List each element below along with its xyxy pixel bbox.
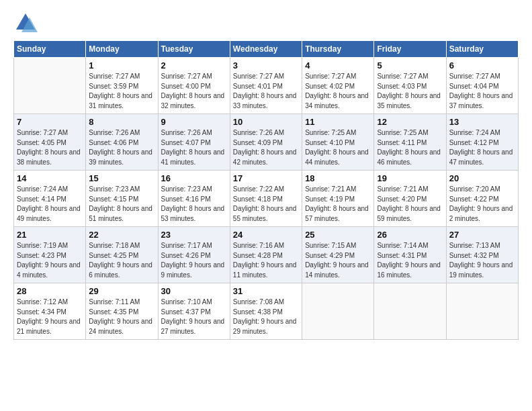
sunrise-text: Sunrise: 7:17 AM	[161, 242, 212, 249]
daylight-text: Daylight: 8 hours and 42 minutes.	[233, 148, 297, 166]
day-info: Sunrise: 7:27 AM Sunset: 3:59 PM Dayligh…	[89, 72, 154, 111]
sunrise-text: Sunrise: 7:24 AM	[17, 185, 68, 193]
sunrise-text: Sunrise: 7:26 AM	[161, 129, 212, 136]
calendar-day-cell: 20 Sunrise: 7:20 AM Sunset: 4:22 PM Dayl…	[446, 171, 518, 227]
sunset-text: Sunset: 4:00 PM	[161, 83, 211, 90]
daylight-text: Daylight: 8 hours and 44 minutes.	[305, 148, 369, 166]
sunset-text: Sunset: 4:10 PM	[305, 139, 355, 146]
calendar-day-cell: 8 Sunrise: 7:26 AM Sunset: 4:06 PM Dayli…	[86, 114, 158, 171]
calendar: SundayMondayTuesdayWednesdayThursdayFrid…	[13, 40, 519, 340]
day-info: Sunrise: 7:27 AM Sunset: 4:04 PM Dayligh…	[449, 72, 515, 111]
day-number: 28	[17, 286, 83, 296]
calendar-day-cell: 2 Sunrise: 7:27 AM Sunset: 4:00 PM Dayli…	[158, 58, 230, 114]
calendar-day-cell: 9 Sunrise: 7:26 AM Sunset: 4:07 PM Dayli…	[158, 114, 230, 171]
sunrise-text: Sunrise: 7:27 AM	[377, 73, 428, 80]
daylight-text: Daylight: 8 hours and 47 minutes.	[449, 148, 513, 166]
day-number: 27	[449, 230, 515, 240]
sunset-text: Sunset: 4:31 PM	[377, 252, 427, 259]
sunset-text: Sunset: 4:16 PM	[161, 195, 211, 203]
calendar-day-cell	[374, 283, 446, 340]
day-info: Sunrise: 7:08 AM Sunset: 4:38 PM Dayligh…	[233, 298, 299, 336]
calendar-day-cell: 19 Sunrise: 7:21 AM Sunset: 4:20 PM Dayl…	[374, 171, 446, 227]
day-number: 19	[377, 173, 443, 183]
day-info: Sunrise: 7:21 AM Sunset: 4:19 PM Dayligh…	[305, 185, 371, 224]
day-info: Sunrise: 7:12 AM Sunset: 4:34 PM Dayligh…	[17, 298, 83, 336]
day-number: 8	[89, 117, 154, 127]
calendar-week-row: 21 Sunrise: 7:19 AM Sunset: 4:23 PM Dayl…	[14, 227, 519, 283]
day-info: Sunrise: 7:24 AM Sunset: 4:14 PM Dayligh…	[17, 185, 83, 224]
sunrise-text: Sunrise: 7:15 AM	[305, 242, 356, 249]
day-number: 5	[377, 60, 443, 71]
sunrise-text: Sunrise: 7:27 AM	[233, 73, 284, 80]
sunrise-text: Sunrise: 7:12 AM	[17, 298, 68, 306]
daylight-text: Daylight: 8 hours and 55 minutes.	[233, 205, 297, 222]
day-info: Sunrise: 7:24 AM Sunset: 4:12 PM Dayligh…	[449, 128, 515, 167]
day-info: Sunrise: 7:19 AM Sunset: 4:23 PM Dayligh…	[17, 241, 83, 280]
daylight-text: Daylight: 9 hours and 24 minutes.	[89, 318, 152, 335]
day-number: 3	[233, 60, 299, 71]
sunrise-text: Sunrise: 7:26 AM	[233, 129, 284, 136]
calendar-day-cell: 28 Sunrise: 7:12 AM Sunset: 4:34 PM Dayl…	[14, 283, 86, 340]
sunrise-text: Sunrise: 7:26 AM	[89, 129, 140, 136]
calendar-week-row: 28 Sunrise: 7:12 AM Sunset: 4:34 PM Dayl…	[14, 283, 519, 340]
day-info: Sunrise: 7:27 AM Sunset: 4:01 PM Dayligh…	[233, 72, 299, 111]
day-number: 30	[161, 286, 227, 296]
calendar-day-cell: 6 Sunrise: 7:27 AM Sunset: 4:04 PM Dayli…	[446, 58, 518, 114]
daylight-text: Daylight: 9 hours and 14 minutes.	[305, 261, 369, 279]
sunrise-text: Sunrise: 7:08 AM	[233, 298, 284, 306]
day-number: 22	[89, 230, 154, 240]
sunrise-text: Sunrise: 7:19 AM	[17, 242, 68, 249]
logo	[13, 11, 40, 35]
day-number: 18	[305, 173, 371, 183]
calendar-day-cell: 21 Sunrise: 7:19 AM Sunset: 4:23 PM Dayl…	[14, 227, 86, 283]
daylight-text: Daylight: 8 hours and 59 minutes.	[377, 205, 441, 222]
day-info: Sunrise: 7:11 AM Sunset: 4:35 PM Dayligh…	[89, 298, 154, 336]
day-info: Sunrise: 7:10 AM Sunset: 4:37 PM Dayligh…	[161, 298, 227, 336]
calendar-day-cell: 27 Sunrise: 7:13 AM Sunset: 4:32 PM Dayl…	[446, 227, 518, 283]
sunrise-text: Sunrise: 7:23 AM	[89, 185, 140, 193]
calendar-day-cell: 24 Sunrise: 7:16 AM Sunset: 4:28 PM Dayl…	[230, 227, 302, 283]
sunset-text: Sunset: 4:23 PM	[17, 252, 66, 259]
day-number: 1	[89, 60, 154, 71]
sunset-text: Sunset: 4:22 PM	[449, 195, 499, 203]
calendar-day-cell: 31 Sunrise: 7:08 AM Sunset: 4:38 PM Dayl…	[230, 283, 302, 340]
sunrise-text: Sunrise: 7:25 AM	[305, 129, 356, 136]
day-number: 6	[449, 60, 515, 71]
weekday-header: Friday	[374, 41, 446, 58]
day-number: 12	[377, 117, 443, 127]
day-info: Sunrise: 7:16 AM Sunset: 4:28 PM Dayligh…	[233, 241, 299, 280]
day-info: Sunrise: 7:21 AM Sunset: 4:20 PM Dayligh…	[377, 185, 443, 224]
calendar-week-row: 1 Sunrise: 7:27 AM Sunset: 3:59 PM Dayli…	[14, 58, 519, 114]
daylight-text: Daylight: 8 hours and 53 minutes.	[161, 205, 225, 222]
day-number: 21	[17, 230, 83, 240]
sunrise-text: Sunrise: 7:27 AM	[305, 73, 356, 80]
sunset-text: Sunset: 4:26 PM	[161, 252, 211, 259]
daylight-text: Daylight: 9 hours and 2 minutes.	[449, 205, 513, 222]
day-info: Sunrise: 7:27 AM Sunset: 4:02 PM Dayligh…	[305, 72, 371, 111]
day-info: Sunrise: 7:27 AM Sunset: 4:03 PM Dayligh…	[377, 72, 443, 111]
day-number: 31	[233, 286, 299, 296]
day-number: 26	[377, 230, 443, 240]
daylight-text: Daylight: 9 hours and 29 minutes.	[233, 318, 297, 335]
day-info: Sunrise: 7:15 AM Sunset: 4:29 PM Dayligh…	[305, 241, 371, 280]
calendar-day-cell	[302, 283, 374, 340]
day-number: 9	[161, 117, 227, 127]
day-info: Sunrise: 7:27 AM Sunset: 4:00 PM Dayligh…	[161, 72, 227, 111]
calendar-day-cell: 5 Sunrise: 7:27 AM Sunset: 4:03 PM Dayli…	[374, 58, 446, 114]
sunset-text: Sunset: 4:11 PM	[377, 139, 427, 146]
sunset-text: Sunset: 4:37 PM	[161, 308, 211, 316]
day-info: Sunrise: 7:23 AM Sunset: 4:16 PM Dayligh…	[161, 185, 227, 224]
day-number: 15	[89, 173, 154, 183]
calendar-day-cell: 29 Sunrise: 7:11 AM Sunset: 4:35 PM Dayl…	[86, 283, 158, 340]
calendar-day-cell: 30 Sunrise: 7:10 AM Sunset: 4:37 PM Dayl…	[158, 283, 230, 340]
daylight-text: Daylight: 8 hours and 38 minutes.	[17, 148, 81, 166]
sunrise-text: Sunrise: 7:13 AM	[449, 242, 500, 249]
day-info: Sunrise: 7:23 AM Sunset: 4:15 PM Dayligh…	[89, 185, 154, 224]
calendar-day-cell: 14 Sunrise: 7:24 AM Sunset: 4:14 PM Dayl…	[14, 171, 86, 227]
sunrise-text: Sunrise: 7:22 AM	[233, 185, 284, 193]
sunset-text: Sunset: 3:59 PM	[89, 83, 138, 90]
sunrise-text: Sunrise: 7:20 AM	[449, 185, 500, 193]
sunset-text: Sunset: 4:34 PM	[17, 308, 66, 316]
day-number: 13	[449, 117, 515, 127]
sunset-text: Sunset: 4:02 PM	[305, 83, 355, 90]
